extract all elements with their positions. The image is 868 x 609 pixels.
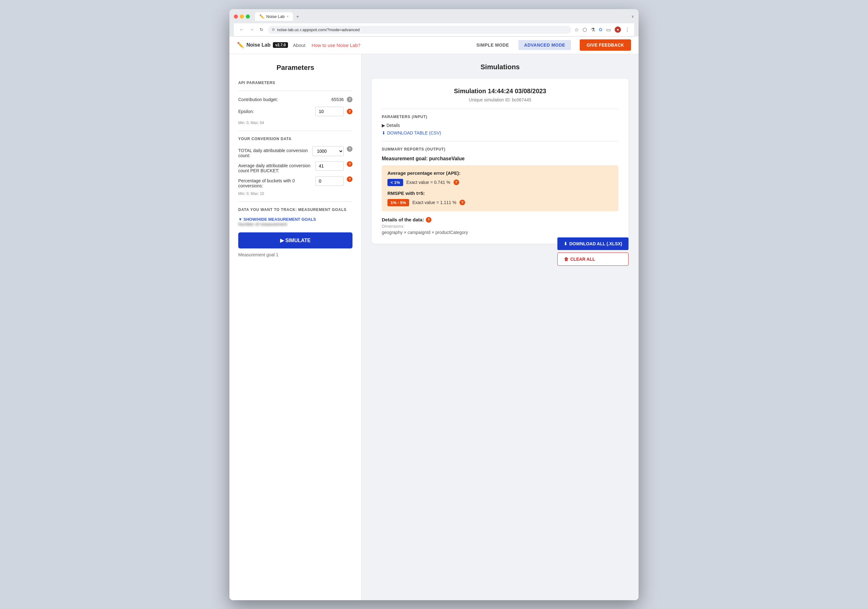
security-icon: ⚙ [271,27,275,32]
bottom-action-buttons: ⬇ DOWNLOAD ALL (.XLSX) 🗑 CLEAR ALL [557,238,628,266]
ape-box: Average percentage error (APE): < 1% Exa… [382,165,618,211]
total-daily-row: TOTAL daily attributable conversion coun… [238,146,352,158]
total-daily-help-icon[interactable]: ? [347,146,352,152]
cast-icon[interactable]: ▭ [606,27,611,33]
menu-icon[interactable]: ⋮ [625,27,630,33]
tab-icon: ✏️ [259,14,264,19]
rmspe-label: RMSPE with t=5: [388,191,613,196]
pct-buckets-input[interactable] [315,176,344,186]
simulate-button[interactable]: ▶ SIMULATE [238,232,352,249]
app-logo: ✏️ Noise Lab v2.7.0 [237,42,288,48]
tab-close-icon[interactable]: × [287,14,288,18]
epsilon-row: Epsilon: ? [238,107,352,116]
reload-button[interactable]: ↻ [258,26,265,33]
pct-buckets-label: Percentage of buckets with 0 conversions… [238,176,312,188]
rmspe-help-icon[interactable]: ? [459,200,465,205]
total-daily-select[interactable]: 1000 [312,146,344,156]
parameters-input-label: PARAMETERS (INPUT) [382,115,618,119]
logo-icon: ✏️ [237,42,244,48]
tab-bar: ✏️ Noise Lab × + [255,12,629,21]
conversion-data-label: YOUR CONVERSION DATA [238,137,352,141]
new-tab-button[interactable]: + [294,12,301,21]
ape-help-icon[interactable]: ? [454,180,459,185]
close-button[interactable] [234,14,238,19]
sim-id: Unique simulation ID: bc067445 [382,97,618,103]
profile-icon[interactable]: ● [615,26,621,33]
ape-label: Average percentage error (APE): [388,170,613,176]
extensions-icon[interactable]: ⬡ [583,27,587,33]
download-csv-link[interactable]: ⬇ DOWNLOAD TABLE (CSV) [382,130,618,135]
avg-daily-label: Average daily attributable conversion co… [238,161,312,173]
download-csv-label: DOWNLOAD TABLE (CSV) [387,130,441,135]
mode-switcher: SIMPLE MODE ADVANCED MODE GIVE FEEDBACK [471,39,631,51]
clear-all-button[interactable]: 🗑 CLEAR ALL [557,253,628,266]
download-all-icon: ⬇ [564,241,567,246]
contribution-budget-row: Contribution budget: 65536 ? [238,97,352,103]
google-icon[interactable]: G [599,27,602,32]
measurement-goal-title: Measurement goal: purchaseValue [382,156,618,162]
epsilon-hint: Min: 0, Max: 64 [238,121,352,125]
epsilon-input[interactable] [315,107,344,116]
details-toggle[interactable]: ▶ Details [382,123,618,128]
tab-title: Noise Lab [266,14,285,19]
traffic-lights [234,14,250,19]
active-tab[interactable]: ✏️ Noise Lab × [255,12,293,21]
pct-buckets-row: Percentage of buckets with 0 conversions… [238,176,352,188]
address-input[interactable]: ⚙ noise-lab.uc.r.appspot.com/?mode=advan… [268,26,571,34]
details-help-icon[interactable]: ? [426,217,431,223]
clear-all-icon: 🗑 [564,256,568,262]
show-hide-goals-link[interactable]: ▼ SHOW/HIDE MEASUREMENT GOALS [238,217,352,222]
contribution-budget-help-icon[interactable]: ? [347,97,352,103]
simulations-panel: Simulations Simulation 14:44:24 03/08/20… [362,54,639,600]
simulation-card: Simulation 14:44:24 03/08/2023 Unique si… [372,79,628,244]
feedback-button[interactable]: GIVE FEEDBACK [580,39,631,51]
download-all-label: DOWNLOAD ALL (.XLSX) [569,241,622,246]
details-of-data-text: Details of the data: [382,217,424,222]
pct-buckets-hint: Min: 0, Max: 10 [238,191,352,196]
contribution-budget-label: Contribution budget: [238,97,328,102]
sim-card-title: Simulation 14:44:24 03/08/2023 [382,87,618,95]
epsilon-label: Epsilon: [238,109,312,114]
summary-label: SUMMARY REPORTS (OUTPUT) [382,147,618,151]
browser-titlebar: ✏️ Noise Lab × + ∨ ← → ↻ ⚙ noise-lab.uc.… [229,9,639,37]
avg-daily-input[interactable] [315,161,344,171]
pct-buckets-help-icon[interactable]: ? [347,176,352,182]
app-header: ✏️ Noise Lab v2.7.0 About How to use Noi… [229,37,639,54]
avg-daily-help-icon[interactable]: ? [347,161,352,167]
forward-button[interactable]: → [248,26,255,33]
version-badge: v2.7.0 [273,42,288,48]
download-all-button[interactable]: ⬇ DOWNLOAD ALL (.XLSX) [557,238,628,250]
app-body: Parameters API PARAMETERS Contribution b… [229,54,639,600]
dim-label: Dimensions: [382,224,618,228]
rmspe-exact-value: Exact value = 1.111 % [412,200,456,205]
app-name: Noise Lab [246,42,270,48]
toolbar-icons: ☆ ⬡ ⚗ G ▭ ● ⋮ [574,26,630,33]
rmspe-row: 1% - 5% Exact value = 1.111 % ? [388,199,613,206]
about-link[interactable]: About [293,42,305,48]
download-csv-icon: ⬇ [382,130,386,135]
clear-all-label: CLEAR ALL [570,256,595,262]
avg-daily-row: Average daily attributable conversion co… [238,161,352,173]
ape-row: < 1% Exact value = 0.741 % ? [388,179,613,186]
advanced-mode-button[interactable]: ADVANCED MODE [518,40,571,50]
maximize-button[interactable] [246,14,250,19]
total-daily-label: TOTAL daily attributable conversion coun… [238,146,309,158]
goal-label-bottom: Measurement goal 1 [238,252,352,257]
dim-value: geography × campaignId × productCategory [382,230,618,235]
back-button[interactable]: ← [238,26,245,33]
how-to-link[interactable]: How to use Noise Lab? [312,42,360,48]
ape-exact-value: Exact value = 0.741 % [406,180,450,185]
blurred-measurement-row: Number of measurement [238,222,352,227]
epsilon-help-icon[interactable]: ? [347,109,352,114]
bookmark-icon[interactable]: ☆ [574,27,579,33]
panel-title: Parameters [238,64,352,72]
simulations-title: Simulations [372,63,628,71]
window-controls-chevron: ∨ [631,14,634,19]
address-text: noise-lab.uc.r.appspot.com/?mode=advance… [277,27,360,32]
minimize-button[interactable] [240,14,244,19]
rmspe-badge: 1% - 5% [388,199,409,206]
ape-badge: < 1% [388,179,403,186]
simple-mode-button[interactable]: SIMPLE MODE [471,40,515,50]
labs-icon[interactable]: ⚗ [591,27,595,33]
contribution-budget-value: 65536 [332,97,344,102]
